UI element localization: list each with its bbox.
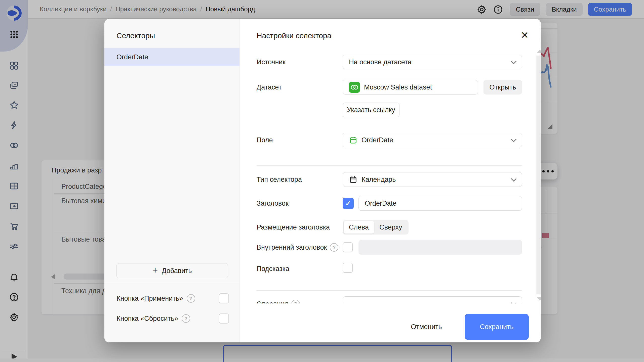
- hint-label: Подсказка: [257, 264, 289, 273]
- apply-button-checkbox[interactable]: [219, 293, 229, 303]
- help-icon[interactable]: [291, 300, 300, 303]
- title-input[interactable]: OrderDate: [358, 196, 522, 211]
- scrollbar-thumb[interactable]: [536, 56, 541, 294]
- field-label: Поле: [257, 135, 273, 145]
- selector-type-select[interactable]: Календарь: [343, 172, 522, 187]
- selector-type-value: Календарь: [361, 176, 396, 184]
- help-icon[interactable]: [187, 294, 195, 303]
- chevron-down-icon: [511, 137, 517, 142]
- section-divider: [257, 165, 522, 166]
- cancel-button[interactable]: Отменить: [401, 314, 452, 340]
- reset-button-row: Кнопка «Сбросить»: [116, 313, 190, 324]
- dataset-value: Moscow Sales dataset: [364, 83, 432, 91]
- calendar-icon: [349, 175, 357, 184]
- scrollbar-up-arrow[interactable]: [537, 50, 541, 53]
- section-divider: [257, 290, 522, 291]
- chevron-down-icon: [511, 176, 517, 182]
- title-checkbox[interactable]: [343, 198, 354, 209]
- inner-title-input-disabled: [358, 240, 522, 255]
- field-value: OrderDate: [361, 136, 393, 144]
- chevron-down-icon: [511, 300, 517, 303]
- apply-row-label: Кнопка «Применить»: [116, 295, 183, 302]
- screen: Коллекции и воркбуки / Практические руко…: [0, 0, 644, 362]
- scrollbar-down-arrow[interactable]: [537, 297, 541, 301]
- selectors-panel-title: Селекторы: [116, 31, 155, 40]
- chevron-down-icon: [511, 59, 517, 64]
- help-icon[interactable]: [182, 314, 190, 323]
- plus-icon: +: [152, 266, 158, 275]
- placement-segmented-control: Слева Сверху: [343, 220, 409, 235]
- left-panel-divider: [104, 282, 239, 282]
- hint-checkbox[interactable]: [343, 263, 353, 273]
- close-icon[interactable]: ✕: [521, 30, 529, 40]
- settings-panel-title: Настройки селектора: [257, 31, 331, 40]
- add-selector-button[interactable]: + Добавить: [116, 263, 228, 278]
- reset-row-label: Кнопка «Сбросить»: [116, 315, 178, 323]
- save-button[interactable]: Сохранить: [465, 314, 529, 340]
- selector-item-label: OrderDate: [116, 53, 148, 61]
- add-button-label: Добавить: [162, 267, 192, 275]
- source-value: На основе датасета: [349, 58, 412, 66]
- placement-label: Размещение заголовка: [257, 223, 330, 232]
- field-select[interactable]: OrderDate: [343, 133, 522, 147]
- reset-button-checkbox[interactable]: [219, 313, 229, 324]
- placement-option-left[interactable]: Слева: [344, 221, 374, 234]
- dataset-field[interactable]: Moscow Sales dataset: [343, 80, 478, 95]
- source-select[interactable]: На основе датасета: [343, 55, 522, 69]
- placement-option-top[interactable]: Сверху: [374, 223, 408, 231]
- operation-row: Операция: [257, 299, 300, 303]
- selector-list-item[interactable]: OrderDate: [104, 48, 239, 66]
- inner-title-row: Внутренний заголовок: [257, 243, 338, 252]
- title-label: Заголовок: [257, 199, 289, 208]
- calendar-green-icon: [349, 136, 357, 144]
- source-label: Источник: [257, 58, 286, 67]
- inner-title-checkbox[interactable]: [343, 242, 353, 252]
- selector-type-label: Тип селектора: [257, 175, 302, 184]
- apply-button-row: Кнопка «Применить»: [116, 293, 195, 303]
- dataset-green-icon: [349, 82, 360, 93]
- help-icon[interactable]: [330, 243, 338, 252]
- dataset-label: Датасет: [257, 83, 282, 92]
- operation-select[interactable]: [343, 296, 522, 303]
- title-value: OrderDate: [365, 200, 396, 207]
- open-dataset-button[interactable]: Открыть: [484, 80, 522, 95]
- inner-title-label: Внутренний заголовок: [257, 244, 327, 251]
- selectors-dialog: Селекторы OrderDate + Добавить Кнопка «П…: [104, 19, 541, 342]
- operation-label: Операция: [257, 300, 288, 304]
- specify-link-button[interactable]: Указать ссылку: [343, 103, 399, 117]
- settings-scroll-area: Источник На основе датасета Датасет Mosc…: [239, 43, 541, 303]
